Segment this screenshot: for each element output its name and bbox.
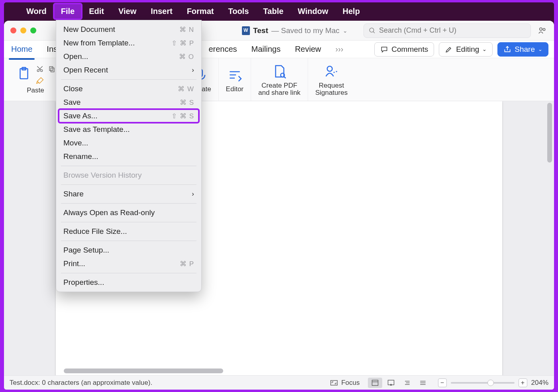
menu-item-save-as[interactable]: Save As...⇧ ⌘ S xyxy=(56,109,201,123)
menu-help[interactable]: Help xyxy=(336,4,367,18)
menu-item-open[interactable]: Open...⌘ O xyxy=(56,50,201,63)
horizontal-scrollbar[interactable] xyxy=(64,368,506,374)
clipboard-icon[interactable] xyxy=(15,65,33,82)
chevron-down-icon: ⌄ xyxy=(538,46,542,52)
doc-status: — Saved to my Mac xyxy=(271,26,340,35)
collaborate-icon[interactable] xyxy=(536,25,548,37)
file-menu-dropdown: New Document⌘ NNew from Template...⇧ ⌘ P… xyxy=(56,20,202,292)
view-outline-button[interactable] xyxy=(400,378,414,388)
vertical-scrollbar[interactable] xyxy=(546,101,553,375)
comments-label: Comments xyxy=(391,45,428,54)
svg-rect-17 xyxy=(372,380,378,385)
share-icon xyxy=(503,45,511,53)
editing-mode-button[interactable]: Editing ⌄ xyxy=(439,42,493,57)
zoom-value[interactable]: 204% xyxy=(531,379,548,387)
menu-separator xyxy=(61,273,196,273)
format-painter-icon[interactable] xyxy=(36,76,45,85)
menu-file[interactable]: File xyxy=(54,4,82,18)
zoom-slider[interactable] xyxy=(451,382,515,384)
svg-point-3 xyxy=(543,28,545,30)
ribbon-signatures-group: Request Signatures xyxy=(308,58,355,101)
menu-format[interactable]: Format xyxy=(180,4,221,18)
share-button[interactable]: Share ⌄ xyxy=(497,42,548,57)
comments-button[interactable]: Comments xyxy=(374,42,434,57)
scroll-thumb[interactable] xyxy=(64,368,223,373)
chevron-down-icon: ⌄ xyxy=(343,27,348,34)
menu-item-label: Reduce File Size... xyxy=(63,227,127,236)
chevron-down-icon: ⌄ xyxy=(482,46,487,52)
menu-item-rename[interactable]: Rename... xyxy=(56,150,201,163)
status-bar: Test.docx: 0 characters (an approximate … xyxy=(4,375,554,390)
zoom-out-button[interactable]: − xyxy=(438,378,447,387)
menu-item-close[interactable]: Close⌘ W xyxy=(56,82,201,96)
menu-item-page-setup[interactable]: Page Setup... xyxy=(56,243,201,257)
menu-item-label: Save As... xyxy=(63,112,98,120)
search-input[interactable] xyxy=(379,26,526,35)
app-menu[interactable]: Word xyxy=(19,4,54,18)
menu-item-properties[interactable]: Properties... xyxy=(56,276,201,289)
focus-mode-button[interactable]: Focus xyxy=(330,379,360,387)
window-zoom-button[interactable] xyxy=(30,27,36,33)
word-doc-icon xyxy=(242,26,250,35)
shortcut-label: ⌘ N xyxy=(179,25,194,34)
menu-item-new-document[interactable]: New Document⌘ N xyxy=(56,23,201,36)
editor-icon[interactable] xyxy=(226,66,244,84)
menu-window[interactable]: Window xyxy=(291,4,335,18)
menu-tools[interactable]: Tools xyxy=(221,4,256,18)
status-text: Test.docx: 0 characters (an approximate … xyxy=(10,379,152,387)
menu-item-reduce-file-size[interactable]: Reduce File Size... xyxy=(56,225,201,238)
focus-icon xyxy=(330,380,338,386)
menu-item-print[interactable]: Print...⌘ P xyxy=(56,257,201,270)
chevron-right-icon: › xyxy=(192,190,194,198)
menu-item-label: New Document xyxy=(63,25,115,34)
tab-review[interactable]: Review xyxy=(293,42,323,56)
search-field[interactable] xyxy=(363,24,531,38)
shortcut-label: ⌘ P xyxy=(180,260,194,268)
share-label: Share xyxy=(515,45,535,54)
copy-icon[interactable] xyxy=(48,65,56,73)
menu-item-open-recent[interactable]: Open Recent› xyxy=(56,63,201,77)
signature-icon[interactable] xyxy=(323,63,340,80)
menu-item-always-open-as-read-only[interactable]: Always Open as Read-only xyxy=(56,206,201,220)
window-close-button[interactable] xyxy=(10,27,16,33)
menu-item-new-from-template[interactable]: New from Template...⇧ ⌘ P xyxy=(56,36,201,50)
menu-separator xyxy=(61,241,196,241)
tab-home[interactable]: Home xyxy=(10,42,34,56)
svg-rect-16 xyxy=(331,380,338,385)
menu-table[interactable]: Table xyxy=(256,4,291,18)
view-print-layout-button[interactable] xyxy=(368,378,382,388)
menu-item-label: Save xyxy=(63,98,81,107)
menu-view[interactable]: View xyxy=(111,4,143,18)
menu-insert[interactable]: Insert xyxy=(143,4,179,18)
menu-edit[interactable]: Edit xyxy=(82,4,111,18)
zoom-in-button[interactable]: + xyxy=(519,378,527,387)
menu-item-label: Page Setup... xyxy=(63,246,109,255)
tabs-overflow[interactable]: ››› xyxy=(334,42,345,56)
tab-mailings[interactable]: Mailings xyxy=(250,42,282,56)
zoom-thumb[interactable] xyxy=(487,380,494,386)
menu-item-move[interactable]: Move... xyxy=(56,136,201,150)
view-draft-button[interactable] xyxy=(416,378,430,388)
menu-item-label: Print... xyxy=(63,259,85,268)
svg-rect-9 xyxy=(51,68,54,72)
pdf-label-2: and share link xyxy=(258,89,301,97)
scroll-thumb[interactable] xyxy=(547,103,552,163)
window-minimize-button[interactable] xyxy=(20,27,26,33)
tab-references[interactable]: erences xyxy=(207,42,238,56)
pdf-share-icon[interactable] xyxy=(271,63,288,80)
menu-item-label: Move... xyxy=(63,139,88,147)
pencil-icon xyxy=(445,45,453,53)
menu-item-save-as-template[interactable]: Save as Template... xyxy=(56,123,201,136)
menu-item-save[interactable]: Save⌘ S xyxy=(56,96,201,109)
view-web-layout-button[interactable] xyxy=(384,378,398,388)
menu-item-share[interactable]: Share› xyxy=(56,187,201,201)
sign-label-1: Request xyxy=(319,82,344,90)
document-title[interactable]: Test — Saved to my Mac ⌄ xyxy=(242,26,348,35)
svg-point-2 xyxy=(540,27,542,30)
svg-point-15 xyxy=(327,66,332,71)
menu-item-label: Close xyxy=(63,84,83,93)
editing-label: Editing xyxy=(456,45,479,54)
svg-line-1 xyxy=(373,31,375,33)
cut-icon[interactable] xyxy=(36,65,44,73)
ribbon-editor-group: Editor xyxy=(219,58,251,101)
